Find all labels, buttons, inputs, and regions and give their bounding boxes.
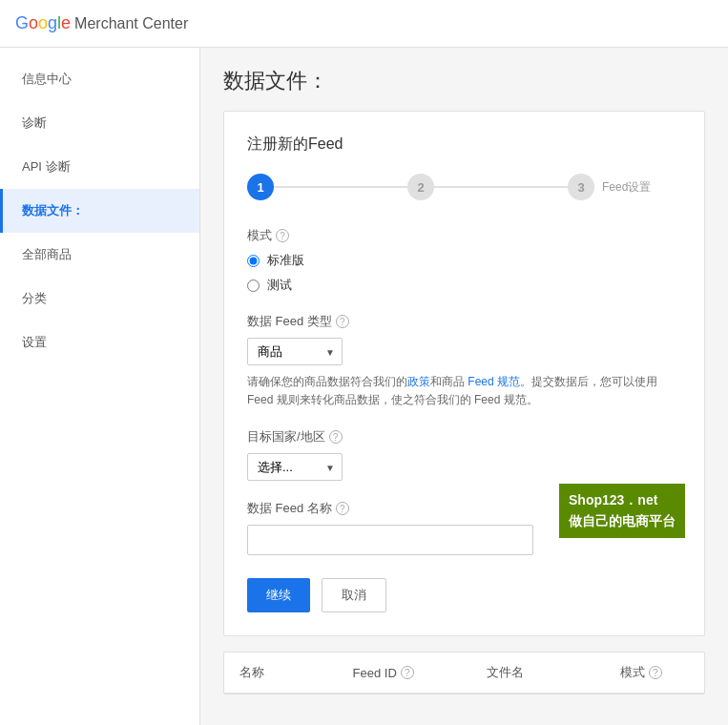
- mode-help-icon[interactable]: ?: [276, 229, 289, 242]
- target-country-help-icon[interactable]: ?: [329, 430, 343, 444]
- target-country-group: 目标国家/地区 ? 选择... ▼: [247, 428, 681, 481]
- mode-standard-radio[interactable]: [247, 255, 260, 267]
- target-country-label: 目标国家/地区 ?: [247, 428, 681, 445]
- feed-type-help-icon[interactable]: ?: [336, 315, 349, 328]
- register-feed-card: 注册新的Feed 1 2 3 Feed设置 模式: [223, 111, 705, 636]
- sidebar: 信息中心 诊断 API 诊断 数据文件： 全部商品 分类 设置: [0, 48, 200, 725]
- watermark-line2: 做自己的电商平台: [569, 510, 676, 531]
- mode-label: 模式 ?: [247, 227, 681, 244]
- table-col-filename: 文件名: [471, 652, 605, 693]
- watermark: Shop123．net 做自己的电商平台: [559, 484, 685, 538]
- table-col-name: 名称: [224, 652, 338, 693]
- sidebar-item-settings[interactable]: 设置: [0, 321, 199, 364]
- main-content: 数据文件： 注册新的Feed 1 2 3 Feed设置: [200, 48, 728, 725]
- mode-col-help-icon[interactable]: ?: [649, 666, 662, 679]
- step-3-label: Feed设置: [602, 179, 651, 196]
- feed-type-description: 请确保您的商品数据符合我们的政策和商品 Feed 规范。提交数据后，您可以使用 …: [247, 373, 681, 409]
- target-country-select[interactable]: 选择...: [247, 453, 343, 481]
- feed-name-input[interactable]: [247, 525, 533, 555]
- step-1-circle: 1: [247, 174, 274, 200]
- mode-standard[interactable]: 标准版: [247, 252, 681, 269]
- sidebar-item-data-files[interactable]: 数据文件：: [0, 189, 199, 233]
- step-3-circle: 3: [568, 174, 594, 200]
- cancel-button[interactable]: 取消: [322, 578, 386, 612]
- step-line-1: [274, 186, 407, 188]
- header: Google Merchant Center: [0, 0, 728, 48]
- feed-type-group: 数据 Feed 类型 ? 商品 促销 本地商品 ▼ 请确保您的商品数据符合我们的…: [247, 313, 681, 409]
- layout: 信息中心 诊断 API 诊断 数据文件： 全部商品 分类 设置 数据文件： 注册…: [0, 48, 728, 725]
- table-header: 名称 Feed ID ? 文件名 模式 ?: [224, 652, 704, 694]
- google-wordmark: Google: [15, 13, 71, 33]
- sidebar-item-all-products[interactable]: 全部商品: [0, 233, 199, 277]
- feed-type-select-wrapper: 商品 促销 本地商品 ▼: [247, 338, 343, 365]
- feed-type-select[interactable]: 商品 促销 本地商品: [247, 338, 343, 365]
- feed-id-help-icon[interactable]: ?: [401, 666, 414, 679]
- table-col-feed-id: Feed ID ?: [338, 652, 471, 693]
- table-col-mode: 模式 ?: [605, 652, 704, 693]
- continue-button[interactable]: 继续: [247, 578, 310, 612]
- mode-test-radio[interactable]: [247, 280, 260, 292]
- sidebar-item-diagnostics[interactable]: 诊断: [0, 101, 199, 145]
- feed-table: 名称 Feed ID ? 文件名 模式 ?: [223, 652, 705, 694]
- feed-rules-link[interactable]: Feed 规范: [468, 375, 520, 388]
- card-title: 注册新的Feed: [247, 135, 681, 155]
- target-country-select-wrapper: 选择... ▼: [247, 453, 343, 481]
- sidebar-item-categories[interactable]: 分类: [0, 277, 199, 321]
- policy-link[interactable]: 政策: [407, 375, 430, 388]
- watermark-line1: Shop123．net: [569, 489, 676, 510]
- feed-name-help-icon[interactable]: ?: [336, 502, 349, 515]
- page-title: 数据文件：: [223, 67, 705, 95]
- feed-type-label: 数据 Feed 类型 ?: [247, 313, 681, 330]
- sidebar-item-api-diagnostics[interactable]: API 诊断: [0, 145, 199, 189]
- mode-group: 模式 ? 标准版 测试: [247, 227, 681, 294]
- step-line-2: [434, 186, 568, 188]
- logo: Google Merchant Center: [15, 13, 188, 33]
- sidebar-item-dashboard[interactable]: 信息中心: [0, 57, 199, 101]
- form-actions: 继续 取消: [247, 578, 681, 612]
- mode-test[interactable]: 测试: [247, 277, 681, 294]
- step-2-circle: 2: [407, 174, 434, 200]
- stepper: 1 2 3 Feed设置: [247, 174, 681, 200]
- merchant-center-wordmark: Merchant Center: [74, 15, 188, 32]
- mode-radio-group: 标准版 测试: [247, 252, 681, 294]
